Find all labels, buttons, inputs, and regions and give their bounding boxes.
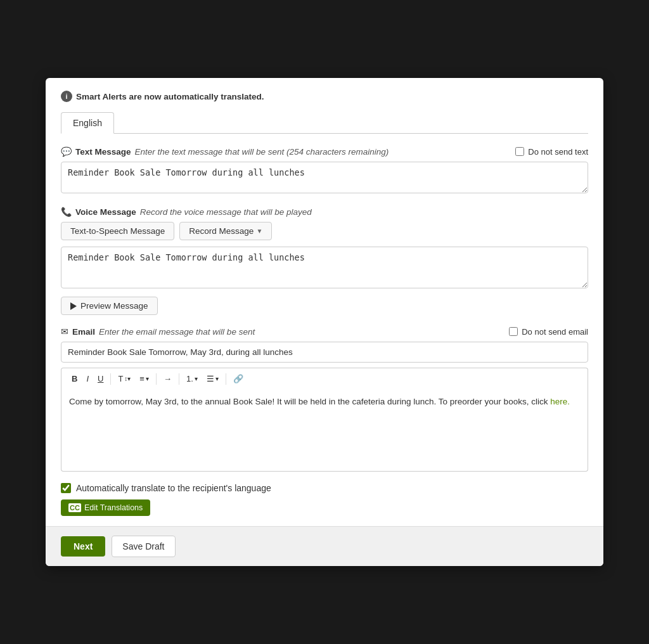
record-message-label: Record Message <box>189 226 254 236</box>
toolbar-divider-1 <box>110 373 111 385</box>
indent-right-icon: → <box>164 374 172 383</box>
underline-icon: U <box>98 374 103 383</box>
toolbar-divider-3 <box>179 373 179 385</box>
play-icon <box>70 302 77 310</box>
text-message-hint: Enter the text message that will be sent… <box>135 147 389 157</box>
do-not-send-text-text: Do not send text <box>528 147 588 157</box>
email-toolbar: B I U T ↕▾ ≡ ▾ → 1. ▾ <box>61 368 588 389</box>
underline-button[interactable]: U <box>94 372 107 385</box>
email-body-text: Come by tomorrow, May 3rd, to the annual… <box>69 397 550 406</box>
text-message-input[interactable]: Reminder Book Sale Tomorrow during all l… <box>61 162 588 193</box>
record-message-button[interactable]: Record Message ▼ <box>179 222 272 240</box>
tts-button[interactable]: Text-to-Speech Message <box>61 222 174 240</box>
banner-text: Smart Alerts are now automatically trans… <box>76 92 264 101</box>
tts-button-label: Text-to-Speech Message <box>70 226 165 236</box>
align-button[interactable]: ≡ ▾ <box>136 372 153 385</box>
italic-icon: I <box>86 374 89 383</box>
auto-translate-checkbox[interactable] <box>61 483 71 493</box>
font-size-button[interactable]: T ↕▾ <box>114 372 134 385</box>
align-arrow: ▾ <box>146 375 149 382</box>
email-section: Email Enter the email message that will … <box>61 326 588 472</box>
email-body-link[interactable]: here. <box>550 397 570 406</box>
link-icon: 🔗 <box>233 374 243 383</box>
ordered-list-button[interactable]: 1. ▾ <box>183 372 202 385</box>
translate-section: Automatically translate to the recipient… <box>61 483 588 493</box>
voice-message-input[interactable]: Reminder Book Sale Tomorrow during all l… <box>61 247 588 288</box>
email-header: Email Enter the email message that will … <box>61 326 588 337</box>
do-not-send-email-label[interactable]: Do not send email <box>509 327 588 337</box>
auto-translate-label: Automatically translate to the recipient… <box>76 483 271 493</box>
voice-message-label: 📞 Voice Message Record the voice message… <box>61 207 588 217</box>
toolbar-divider-2 <box>156 373 157 385</box>
record-dropdown-arrow: ▼ <box>256 228 262 235</box>
unordered-list-icon: ☰ <box>207 374 214 383</box>
info-banner: i Smart Alerts are now automatically tra… <box>61 91 588 102</box>
font-size-arrow: ↕▾ <box>124 375 131 382</box>
voice-message-title: Voice Message <box>75 207 136 217</box>
envelope-icon <box>61 326 68 337</box>
email-hint: Enter the email message that will be sen… <box>99 327 255 337</box>
edit-translations-label: Edit Translations <box>84 503 143 512</box>
ordered-list-arrow: ▾ <box>195 375 198 382</box>
modal-footer: Next Save Draft <box>46 526 603 566</box>
italic-button[interactable]: I <box>82 372 93 385</box>
link-button[interactable]: 🔗 <box>229 372 247 385</box>
main-modal: i Smart Alerts are now automatically tra… <box>46 78 603 566</box>
save-draft-button[interactable]: Save Draft <box>112 536 175 557</box>
email-title: Email <box>72 327 95 337</box>
text-message-section: 💬 Text Message Enter the text message th… <box>61 146 588 195</box>
modal-body: i Smart Alerts are now automatically tra… <box>46 78 603 526</box>
bold-button[interactable]: B <box>68 372 81 385</box>
text-message-title: Text Message <box>75 147 131 157</box>
text-message-header: 💬 Text Message Enter the text message th… <box>61 146 588 157</box>
unordered-list-button[interactable]: ☰ ▾ <box>203 372 222 385</box>
voice-message-hint: Record the voice message that will be pl… <box>140 207 312 217</box>
preview-message-button[interactable]: Preview Message <box>61 297 158 315</box>
voice-message-section: 📞 Voice Message Record the voice message… <box>61 207 588 315</box>
do-not-send-email-checkbox[interactable] <box>509 327 518 336</box>
do-not-send-text-checkbox[interactable] <box>515 147 524 156</box>
next-button[interactable]: Next <box>61 536 105 557</box>
text-message-label: 💬 Text Message Enter the text message th… <box>61 146 389 157</box>
bold-icon: B <box>72 374 77 383</box>
do-not-send-email-text: Do not send email <box>522 327 588 337</box>
ordered-list-icon: 1. <box>186 374 193 383</box>
unordered-list-arrow: ▾ <box>215 375 219 382</box>
cc-icon: CC <box>68 503 81 512</box>
chat-icon: 💬 <box>61 146 72 157</box>
align-icon: ≡ <box>139 374 145 383</box>
email-body[interactable]: Come by tomorrow, May 3rd, to the annual… <box>61 389 588 472</box>
voice-buttons-group: Text-to-Speech Message Record Message ▼ <box>61 222 588 240</box>
info-icon: i <box>61 91 72 102</box>
email-subject-input[interactable]: Reminder Book Sale Tomorrow, May 3rd, du… <box>61 342 588 363</box>
tab-english[interactable]: English <box>61 112 114 134</box>
preview-message-label: Preview Message <box>80 301 148 311</box>
email-label: Email Enter the email message that will … <box>61 326 255 337</box>
edit-translations-button[interactable]: CC Edit Translations <box>61 499 150 516</box>
do-not-send-text-label[interactable]: Do not send text <box>515 147 588 157</box>
toolbar-divider-4 <box>226 373 226 385</box>
font-size-label: T <box>118 374 123 383</box>
language-tabs: English <box>61 112 588 134</box>
phone-icon: 📞 <box>61 207 72 217</box>
indent-right-button[interactable]: → <box>160 372 176 385</box>
